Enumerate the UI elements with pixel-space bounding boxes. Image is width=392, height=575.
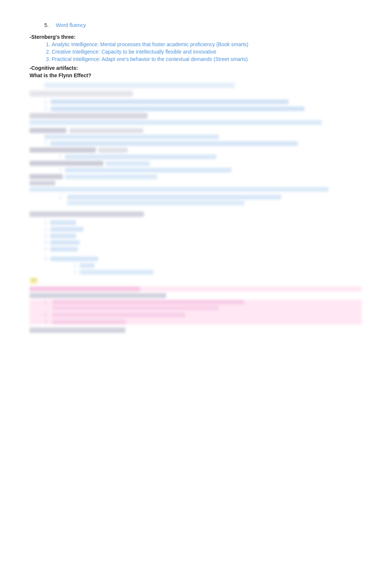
blurred-bold-4	[30, 174, 362, 179]
blurred-heading-1	[30, 91, 362, 98]
item-number: 5.	[44, 22, 49, 28]
list-item-5: 5. Word fluency	[30, 22, 362, 28]
blurred-final-heading	[30, 327, 362, 333]
sternberg-item-2-text: Creative Intelligence: Capacity to be in…	[52, 49, 216, 55]
blurred-yellow-marker: 7?	[30, 278, 362, 283]
blurred-pink-1	[30, 286, 362, 292]
cognitive-artifacts-section: -Cognitive artifacts:	[30, 65, 362, 71]
blurred-success-list: 1. 2. 3. 4. 5.	[30, 220, 362, 252]
blurred-item-6: 6. 1. 2.	[30, 256, 362, 275]
page-content: 5. Word fluency -Sternberg's three: Anal…	[30, 22, 362, 333]
sternberg-item-1-text: Analytic Intelligence: Mental processes …	[52, 41, 248, 47]
cognitive-label: Cognitive artifacts:	[31, 65, 78, 71]
blurred-sub-numbered: 1.	[30, 195, 362, 205]
blurred-bold-5	[30, 181, 362, 186]
word-fluency-link[interactable]: Word fluency	[56, 22, 86, 28]
sternberg-item-2: Creative Intelligence: Capacity to be in…	[52, 49, 362, 55]
sternberg-item-3-text: Practical Intelligence: Adapt one's beha…	[52, 56, 248, 62]
blurred-num-1: 3.	[30, 141, 362, 146]
blurred-heading-2	[30, 113, 362, 119]
sternberg-list: Analytic Intelligence: Mental processes …	[30, 41, 362, 62]
sternberg-section: -Sternberg's three:	[30, 34, 362, 40]
blurred-italic-1	[30, 135, 362, 139]
sternberg-item-3: Practical Intelligence: Adapt one's beha…	[52, 56, 362, 62]
blurred-list-1: 2. 3.	[30, 99, 362, 112]
blurred-flynn-item	[30, 83, 362, 88]
blurred-bold-3: 1.	[30, 161, 362, 173]
flynn-effect-heading: What is the Flynn Effect?	[30, 72, 91, 78]
flynn-effect-section: What is the Flynn Effect?	[30, 72, 362, 78]
blurred-complex-1	[30, 187, 362, 192]
blurred-question-1	[30, 293, 362, 298]
blurred-pink-list: 1. 2. 3.	[30, 300, 362, 324]
blurred-heading-success	[30, 211, 362, 217]
blurred-bold-1	[30, 128, 362, 133]
blurred-full-line-1	[30, 120, 362, 125]
sternberg-item-1: Analytic Intelligence: Mental processes …	[52, 41, 362, 47]
sternberg-heading: Sternberg's three:	[31, 34, 76, 40]
blurred-bold-2: 1.	[30, 147, 362, 159]
